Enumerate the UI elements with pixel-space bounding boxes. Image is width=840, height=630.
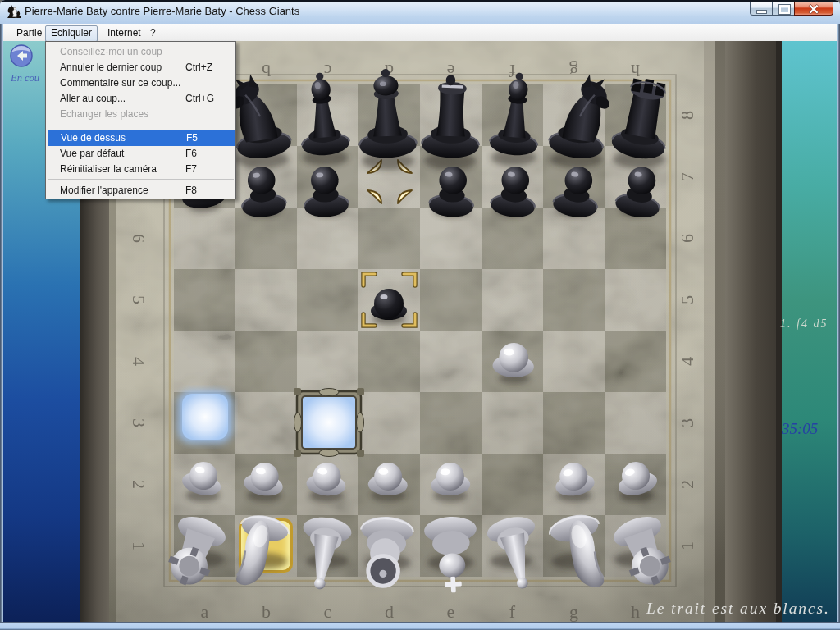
svg-text:g: g (569, 601, 578, 622)
svg-text:8: 8 (677, 111, 697, 120)
svg-text:f: f (509, 601, 516, 622)
svg-text:6: 6 (677, 234, 697, 243)
svg-text:2: 2 (677, 480, 697, 489)
svg-text:d: d (385, 601, 394, 622)
svg-text:g: g (569, 61, 578, 81)
svg-text:h: h (631, 61, 640, 81)
svg-text:c: c (323, 61, 331, 81)
svg-text:1. f4 d5: 1. f4 d5 (780, 317, 828, 330)
svg-text:b: b (262, 601, 271, 622)
svg-text:h: h (631, 601, 640, 622)
svg-text:1: 1 (129, 541, 149, 550)
svg-text:f: f (509, 61, 515, 81)
svg-text:b: b (262, 61, 271, 81)
svg-text:7: 7 (677, 172, 697, 181)
svg-text:3: 3 (677, 418, 697, 427)
svg-text:Le trait est aux blancs.: Le trait est aux blancs. (646, 600, 830, 617)
svg-text:5: 5 (677, 295, 697, 304)
svg-text:En cou: En cou (10, 72, 39, 84)
svg-text:5: 5 (129, 295, 149, 304)
svg-text:3: 3 (129, 418, 149, 427)
svg-text:1: 1 (677, 541, 697, 550)
svg-text:c: c (324, 601, 332, 622)
svg-text:6: 6 (129, 234, 149, 243)
svg-text:4: 4 (677, 357, 697, 366)
svg-text:2: 2 (129, 480, 149, 489)
svg-text:e: e (447, 601, 455, 622)
svg-text:35:05: 35:05 (781, 420, 818, 437)
svg-text:4: 4 (129, 357, 149, 366)
svg-text:a: a (201, 601, 209, 622)
